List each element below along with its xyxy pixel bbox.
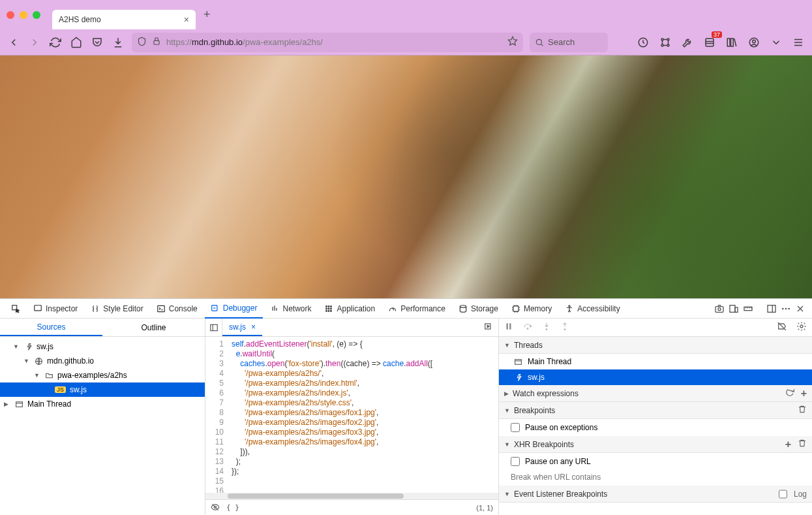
pause-icon[interactable] [504, 322, 513, 333]
event-listener-header[interactable]: ▼Event Listener Breakpoints Log [499, 486, 812, 503]
browser-tab[interactable]: A2HS demo × [52, 10, 196, 29]
svg-point-19 [331, 305, 332, 307]
watch-header[interactable]: ▶Watch expressions + [499, 385, 812, 402]
tab-accessibility[interactable]: Accessibility [559, 299, 625, 319]
app-menu-icon[interactable] [791, 35, 805, 50]
downloads-icon[interactable] [111, 35, 125, 50]
pause-any-url-checkbox[interactable] [511, 457, 520, 466]
window-icon [14, 399, 23, 409]
tab-storage[interactable]: Storage [453, 299, 504, 319]
refresh-watch-icon[interactable] [785, 388, 794, 399]
window-minimize[interactable] [20, 11, 27, 19]
chevron-down-icon[interactable] [769, 35, 783, 50]
svg-point-22 [331, 308, 332, 309]
breakpoints-header[interactable]: ▼Breakpoints [499, 402, 812, 419]
tracking-shield-icon[interactable] [137, 37, 147, 48]
search-bar[interactable]: Search [530, 33, 608, 52]
svg-point-12 [753, 40, 756, 43]
pause-on-exceptions-row[interactable]: Pause on exceptions [499, 419, 812, 436]
sources-tab[interactable]: Sources [0, 319, 102, 336]
settings-gear-icon[interactable] [796, 321, 807, 334]
tab-style-editor[interactable]: Style Editor [85, 299, 149, 319]
step-out-icon[interactable] [560, 322, 569, 333]
editor-tab-swjs[interactable]: sw.js × [222, 319, 262, 336]
pause-exceptions-checkbox[interactable] [511, 423, 520, 432]
account-icon[interactable] [747, 35, 761, 50]
thread-sw[interactable]: sw.js [499, 369, 812, 385]
pause-any-url-row[interactable]: Pause on any URL [499, 453, 812, 470]
line-gutter[interactable]: 12345678910111213141516 [205, 337, 228, 493]
svg-rect-15 [157, 305, 164, 311]
threads-header[interactable]: ▼Threads [499, 337, 812, 354]
delete-breakpoints-icon[interactable] [798, 405, 807, 416]
tab-application[interactable]: Application [318, 299, 381, 319]
reload-button[interactable] [48, 35, 63, 50]
blackbox-icon[interactable] [211, 503, 220, 513]
devtools-toggle-icon[interactable] [658, 35, 672, 50]
thread-main[interactable]: Main Thread [499, 354, 812, 369]
tree-main-thread[interactable]: ▶ Main Thread [0, 397, 205, 411]
xhr-breakpoints-header[interactable]: ▼XHR Breakpoints + [499, 436, 812, 453]
tab-inspector[interactable]: Inspector [27, 299, 83, 319]
add-watch-icon[interactable]: + [801, 388, 807, 399]
pick-element-icon[interactable] [5, 299, 26, 319]
tree-worker-root[interactable]: ▼ sw.js [0, 339, 205, 354]
tab-network[interactable]: Network [264, 299, 317, 319]
tab-debugger[interactable]: Debugger [205, 299, 263, 319]
tab-memory[interactable]: Memory [505, 299, 558, 319]
screenshot-icon[interactable] [713, 302, 726, 315]
break-url-input[interactable] [511, 473, 805, 482]
history-icon[interactable] [636, 35, 650, 50]
url-bar[interactable]: https://mdn.github.io/pwa-examples/a2hs/ [132, 33, 523, 52]
url-text: https://mdn.github.io/pwa-examples/a2hs/ [166, 37, 323, 47]
outline-tab[interactable]: Outline [102, 319, 205, 336]
tab-close-icon[interactable]: × [184, 14, 189, 25]
lock-icon[interactable] [152, 37, 161, 48]
search-placeholder: Search [548, 37, 575, 47]
svg-point-21 [329, 308, 330, 309]
forward-button[interactable] [27, 35, 42, 50]
window-zoom[interactable] [33, 11, 40, 19]
editor-scrollbar[interactable] [205, 493, 498, 499]
editor-tab-close-icon[interactable]: × [251, 322, 256, 332]
tree-file-swjs[interactable]: JS sw.js [0, 382, 205, 397]
dock-mode-icon[interactable] [765, 302, 778, 315]
svg-rect-9 [727, 39, 730, 46]
svg-rect-34 [768, 305, 775, 312]
run-to-here-icon[interactable] [479, 322, 498, 333]
home-button[interactable] [69, 35, 83, 50]
delete-xhr-icon[interactable] [798, 439, 807, 450]
step-in-icon[interactable] [542, 322, 551, 333]
svg-point-4 [661, 39, 663, 40]
back-button[interactable] [7, 35, 21, 50]
svg-point-26 [460, 305, 466, 307]
editor-tree-toggle-icon[interactable] [205, 319, 222, 336]
tree-folder[interactable]: ▼ pwa-examples/a2hs [0, 368, 205, 382]
library-icon[interactable] [725, 35, 739, 50]
window-close[interactable] [7, 11, 14, 19]
tab-console[interactable]: Console [151, 299, 203, 319]
rulers-icon[interactable] [742, 302, 755, 315]
more-icon[interactable] [779, 302, 792, 315]
svg-rect-40 [210, 324, 217, 330]
js-badge-icon: JS [55, 386, 66, 393]
step-over-icon[interactable] [522, 322, 533, 333]
log-checkbox[interactable] [779, 490, 787, 499]
disable-breakpoints-icon[interactable] [777, 321, 787, 334]
svg-rect-27 [513, 305, 519, 311]
svg-point-48 [800, 325, 803, 328]
add-xhr-icon[interactable]: + [785, 439, 791, 450]
tree-origin[interactable]: ▼ mdn.github.io [0, 354, 205, 368]
pocket-icon[interactable] [90, 35, 104, 50]
wrench-icon[interactable] [680, 35, 695, 50]
responsive-mode-icon[interactable] [727, 302, 740, 315]
svg-point-47 [564, 329, 565, 330]
new-tab-button[interactable]: + [203, 8, 211, 22]
extension-icon[interactable]: 37 [702, 35, 717, 50]
tab-performance[interactable]: Performance [382, 299, 451, 319]
bookmark-star-icon[interactable] [507, 36, 518, 48]
close-devtools-icon[interactable] [794, 302, 807, 315]
extension-badge-count: 37 [712, 31, 722, 38]
prettyprint-icon[interactable]: { } [226, 503, 239, 512]
code-editor[interactable]: self.addEventListener('install', (e) => … [228, 337, 498, 493]
